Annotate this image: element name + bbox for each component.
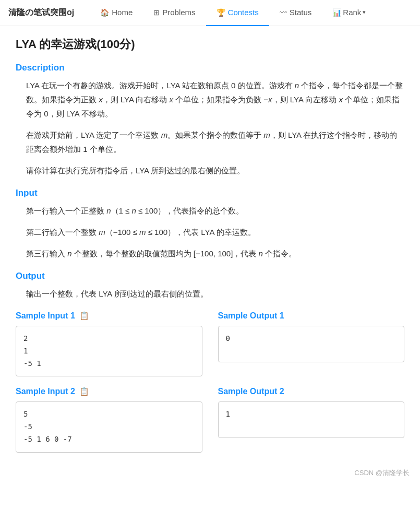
sample-output-2-box: 1 xyxy=(218,401,405,438)
chevron-down-icon: ▾ xyxy=(363,9,366,16)
input-body: 第一行输入一个正整数 n（1 ≤ n ≤ 100），代表指令的总个数。 第二行输… xyxy=(16,204,404,261)
sample-input-1-line-3: -5 1 xyxy=(23,358,195,370)
navbar: 清隆の笔试突围oj 🏠 Home ⊞ Problems 🏆 Contests 〰… xyxy=(0,0,420,26)
desc-para-0: LYA 在玩一个有趣的游戏。游戏开始时，LYA 站在数轴原点 0 的位置。游戏有… xyxy=(26,78,404,121)
sample-output-1-value: 0 xyxy=(226,333,397,345)
sample-output-1-label: Sample Output 1 xyxy=(218,311,405,321)
contests-icon: 🏆 xyxy=(217,8,225,17)
nav-items: 🏠 Home ⊞ Problems 🏆 Contests 〰 Status 📊 … xyxy=(90,0,376,26)
nav-item-home[interactable]: 🏠 Home xyxy=(90,0,143,26)
input-para-0: 第一行输入一个正整数 n（1 ≤ n ≤ 100），代表指令的总个数。 xyxy=(26,204,404,218)
output-label: Output xyxy=(16,271,404,281)
input-label: Input xyxy=(16,188,404,198)
nav-label-rank: Rank xyxy=(343,8,361,17)
description-body: LYA 在玩一个有趣的游戏。游戏开始时，LYA 站在数轴原点 0 的位置。游戏有… xyxy=(16,78,404,178)
copy-icon-2[interactable]: 📋 xyxy=(79,387,89,396)
sample-output-2-value: 1 xyxy=(226,408,397,421)
input-para-2: 第三行输入 n 个整数，每个整数的取值范围均为 [−100, 100]，代表 n… xyxy=(26,246,404,261)
brand: 清隆の笔试突围oj xyxy=(8,7,74,18)
sample-input-2-label: Sample Input 2 📋 xyxy=(16,387,202,396)
sample-input-2-line-3: -5 1 6 0 -7 xyxy=(23,433,195,446)
samples-grid: Sample Input 1 📋 2 1 -5 1 Sample Output … xyxy=(16,311,404,453)
sample-output-1-section: Sample Output 1 0 xyxy=(218,311,405,376)
sample-input-1-section: Sample Input 1 📋 2 1 -5 1 xyxy=(16,311,202,376)
main-content: LYA 的幸运游戏(100分) Description LYA 在玩一个有趣的游… xyxy=(0,26,420,463)
input-para-1: 第二行输入一个整数 m（−100 ≤ m ≤ 100），代表 LYA 的幸运数。 xyxy=(26,225,404,239)
nav-label-home: Home xyxy=(112,8,133,17)
footer-watermark: CSDN @清隆学长 xyxy=(0,463,420,483)
status-icon: 〰 xyxy=(280,8,287,17)
output-section: Output 输出一个整数，代表 LYA 所到达过的最右侧的位置。 xyxy=(16,271,404,301)
sample-output-1-box: 0 xyxy=(218,326,405,362)
description-section: Description LYA 在玩一个有趣的游戏。游戏开始时，LYA 站在数轴… xyxy=(16,63,404,178)
rank-icon: 📊 xyxy=(332,8,341,17)
desc-para-2: 请你计算在执行完所有指令后，LYA 所到达过的最右侧的位置。 xyxy=(26,163,404,178)
nav-item-rank[interactable]: 📊 Rank ▾ xyxy=(322,0,376,26)
sample-output-2-section: Sample Output 2 1 xyxy=(218,387,405,452)
nav-label-status: Status xyxy=(290,8,312,17)
problem-title: LYA 的幸运游戏(100分) xyxy=(16,37,404,52)
problems-icon: ⊞ xyxy=(153,8,160,17)
output-body: 输出一个整数，代表 LYA 所到达过的最右侧的位置。 xyxy=(16,287,404,301)
output-para-0: 输出一个整数，代表 LYA 所到达过的最右侧的位置。 xyxy=(26,287,404,301)
nav-label-contests: Contests xyxy=(228,8,259,17)
sample-input-1-label: Sample Input 1 📋 xyxy=(16,311,202,321)
nav-item-contests[interactable]: 🏆 Contests xyxy=(206,0,269,26)
desc-para-1: 在游戏开始前，LYA 选定了一个幸运数 m。如果某个指令的数值等于 m，则 LY… xyxy=(26,128,404,156)
sample-input-2-section: Sample Input 2 📋 5 -5 -5 1 6 0 -7 xyxy=(16,387,202,452)
input-section: Input 第一行输入一个正整数 n（1 ≤ n ≤ 100），代表指令的总个数… xyxy=(16,188,404,261)
nav-item-status[interactable]: 〰 Status xyxy=(269,0,322,26)
sample-input-1-line-2: 1 xyxy=(23,345,195,358)
copy-icon-1[interactable]: 📋 xyxy=(79,311,89,321)
nav-label-problems: Problems xyxy=(162,8,195,17)
sample-input-2-line-2: -5 xyxy=(23,421,195,433)
home-icon: 🏠 xyxy=(100,8,109,17)
nav-item-problems[interactable]: ⊞ Problems xyxy=(143,0,206,26)
sample-input-1-box: 2 1 -5 1 xyxy=(16,326,202,376)
sample-output-2-label: Sample Output 2 xyxy=(218,387,405,396)
sample-input-2-box: 5 -5 -5 1 6 0 -7 xyxy=(16,401,202,452)
description-label: Description xyxy=(16,63,404,73)
sample-input-2-line-1: 5 xyxy=(23,408,195,421)
sample-input-1-line-1: 2 xyxy=(23,333,195,345)
